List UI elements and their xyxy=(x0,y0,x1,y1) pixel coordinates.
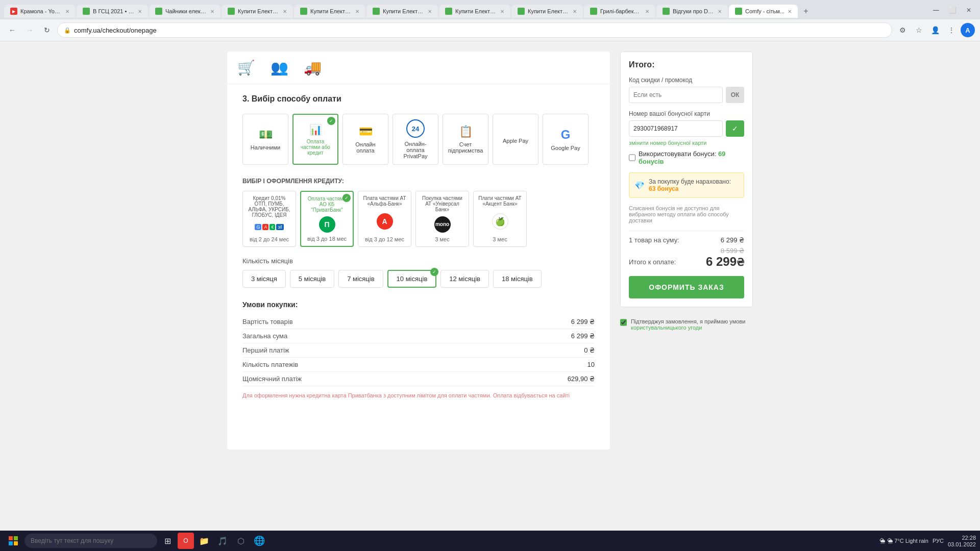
tab-title-3: Чайники електр... xyxy=(165,8,207,14)
tab-close-1[interactable]: ✕ xyxy=(65,9,69,14)
tab-close-6[interactable]: ✕ xyxy=(428,9,432,14)
order-button[interactable]: ОФОРМИТЬ ЗАКАЗ xyxy=(629,276,744,298)
bookmark-button[interactable]: ☆ xyxy=(912,23,926,37)
bonus-card-input[interactable] xyxy=(629,120,723,137)
tab-title-6: Купити Електр... xyxy=(383,8,425,14)
payment-method-applepay[interactable]: Apple Pay xyxy=(493,114,538,165)
promo-ok-button[interactable]: ОК xyxy=(726,87,744,103)
bonus-check-button[interactable]: ✓ xyxy=(726,120,744,137)
tab-2[interactable]: В ГСЦ 2021 • Б... ✕ xyxy=(77,5,148,18)
right-panel: Итого: Код скидки / промокод ОК Номер ва… xyxy=(620,52,753,449)
new-tab-button[interactable]: + xyxy=(799,4,813,18)
profile-avatar[interactable]: A xyxy=(961,23,975,37)
tab-4[interactable]: Купити Електр... ✕ xyxy=(222,5,293,18)
tab-close-7[interactable]: ✕ xyxy=(500,9,504,14)
accrual-text: За покупку буде нараховано: 63 бонуса xyxy=(649,178,731,192)
total-label: Итого к оплате: xyxy=(629,258,676,266)
tab-6[interactable]: Купити Електр... ✕ xyxy=(366,5,438,18)
installment-label: Оплата частями або кредит xyxy=(299,139,332,156)
tab-favicon-11 xyxy=(735,8,742,15)
condition-label-4: Кількість платежів xyxy=(242,361,298,368)
settings-button[interactable]: ⋮ xyxy=(944,23,959,37)
address-bar[interactable]: 🔒 comfy.ua/checkout/onepage xyxy=(57,22,892,38)
tab-title-9: Грилі-барбекю... xyxy=(600,8,642,14)
tab-5[interactable]: Купити Електр... ✕ xyxy=(294,5,365,18)
month-btn-10[interactable]: ✓ 10 місяців xyxy=(387,270,437,288)
tab-title-11: Comfy - сітьм... xyxy=(745,8,785,14)
tab-11[interactable]: Comfy - сітьм... ✕ xyxy=(729,5,798,18)
tab-9[interactable]: Грилі-барбекю... ✕ xyxy=(584,5,655,18)
tab-1[interactable]: ▶ Крамола - YouT... ✕ xyxy=(4,5,76,18)
tab-close-9[interactable]: ✕ xyxy=(645,9,649,14)
mono-bank-icon: mono xyxy=(434,216,451,233)
tab-8[interactable]: Купити Електр... ✕ xyxy=(511,5,583,18)
back-button[interactable]: ← xyxy=(5,23,19,37)
page-content: 🛒 👥 🚚 3. Вибір способу оплати 💵 Наличним… xyxy=(0,41,980,460)
privat-check: ✓ xyxy=(342,194,351,202)
tab-favicon-10 xyxy=(663,8,670,15)
restore-button[interactable]: ⬜ xyxy=(945,3,960,17)
terms-link[interactable]: користувальницького угоди xyxy=(631,324,702,331)
akcent-duration: 3 мес xyxy=(493,236,507,242)
navigation-bar: ← → ↻ 🔒 comfy.ua/checkout/onepage ⚙ ☆ 👤 … xyxy=(0,19,980,41)
tab-3[interactable]: Чайники електр... ✕ xyxy=(149,5,220,18)
tab-close-4[interactable]: ✕ xyxy=(283,9,287,14)
tabs-bar: ▶ Крамола - YouT... ✕ В ГСЦ 2021 • Б... … xyxy=(0,0,980,19)
credit-option-multi[interactable]: Кредит 0,01% ОТП, ПУМБ, АЛЬФА, УКРСИБ, Г… xyxy=(242,191,296,247)
account-button[interactable]: 👤 xyxy=(928,23,942,37)
payment-method-online[interactable]: 💳 Онлайн оплата xyxy=(342,114,388,165)
payment-method-googlepay[interactable]: G Google Pay xyxy=(543,114,589,165)
payment-method-privatpay[interactable]: 24 Онлайн-оплата PrivatPay xyxy=(393,114,438,165)
tab-10[interactable]: Відгуки про De... ✕ xyxy=(656,5,728,18)
month-btn-3[interactable]: 3 місяця xyxy=(242,270,286,288)
condition-label-1: Вартість товарів xyxy=(242,318,293,325)
minimize-button[interactable]: ─ xyxy=(929,3,943,17)
tab-7[interactable]: Купити Електр... ✕ xyxy=(439,5,510,18)
diamond-icon: 💎 xyxy=(634,181,645,190)
google-logo: G xyxy=(255,224,261,230)
credit-option-alfa[interactable]: Плата частями АТ «Альфа-Банк» А від 3 до… xyxy=(358,191,411,247)
tab-close-5[interactable]: ✕ xyxy=(355,9,359,14)
alfa-logo: А xyxy=(262,224,268,230)
month-btn-12[interactable]: 12 місяців xyxy=(440,270,489,288)
tab-close-3[interactable]: ✕ xyxy=(210,9,214,14)
online-label: Онлайн оплата xyxy=(348,141,383,154)
terms-checkbox[interactable] xyxy=(620,319,627,326)
promo-input[interactable] xyxy=(629,87,723,103)
forward-button[interactable]: → xyxy=(22,23,37,37)
section-title: 3. Вибір способу оплати xyxy=(242,94,595,104)
month-btn-18[interactable]: 18 місяців xyxy=(493,270,542,288)
payment-method-cash[interactable]: 💵 Наличними xyxy=(242,114,288,165)
use-bonus-checkbox[interactable] xyxy=(629,154,635,161)
close-button[interactable]: ✕ xyxy=(962,3,976,17)
delivery-step-icon: 🚚 xyxy=(304,59,322,76)
credit-option-akcent[interactable]: Плати частями АТ «Акцент Банк» 🍏 3 мес xyxy=(473,191,527,247)
credit-option-mono[interactable]: Покупка частями АТ «Універсал Банк» mono… xyxy=(415,191,469,247)
tab-close-8[interactable]: ✕ xyxy=(573,9,577,14)
divider-1 xyxy=(629,231,744,231)
payment-method-enterprise[interactable]: 📋 Счет підприємства xyxy=(443,114,488,165)
browser-chrome: ▶ Крамола - YouT... ✕ В ГСЦ 2021 • Б... … xyxy=(0,0,980,41)
use-bonus-label: Використовувати бонуси: 69 бонусів xyxy=(639,150,744,165)
privatpay-label: Онлайн-оплата PrivatPay xyxy=(398,141,433,159)
euro-logo: € xyxy=(270,224,275,230)
payment-method-installment[interactable]: ✓ 📊 Оплата частями або кредит xyxy=(292,114,338,165)
credit-option-privat[interactable]: ✓ Оплата частями АО КБ "ПриватБанк" П ві… xyxy=(300,191,354,247)
reload-button[interactable]: ↻ xyxy=(40,23,54,37)
online-icon: 💳 xyxy=(359,125,373,138)
tab-close-11[interactable]: ✕ xyxy=(788,9,792,14)
address-text: comfy.ua/checkout/onepage xyxy=(74,27,157,34)
tab-close-2[interactable]: ✕ xyxy=(138,9,142,14)
bonus-card-label: Номер вашої бонусної карти xyxy=(629,110,744,117)
condition-label-5: Щомісячний платіж xyxy=(242,375,302,383)
change-card-link[interactable]: змінити номер бонусної карти xyxy=(629,140,744,146)
old-price-container: 8 599 ₴ xyxy=(629,247,744,255)
tab-close-10[interactable]: ✕ xyxy=(718,9,722,14)
condition-row-5: Щомісячний платіж 629,90 ₴ xyxy=(242,372,595,386)
enterprise-icon: 📋 xyxy=(459,125,473,138)
month-btn-7[interactable]: 7 місяців xyxy=(338,270,383,288)
extensions-button[interactable]: ⚙ xyxy=(895,23,910,37)
payment-methods-list: 💵 Наличними ✓ 📊 Оплата частями або креди… xyxy=(242,114,595,165)
condition-row-3: Перший платіж 0 ₴ xyxy=(242,343,595,358)
month-btn-5[interactable]: 5 місяців xyxy=(290,270,334,288)
